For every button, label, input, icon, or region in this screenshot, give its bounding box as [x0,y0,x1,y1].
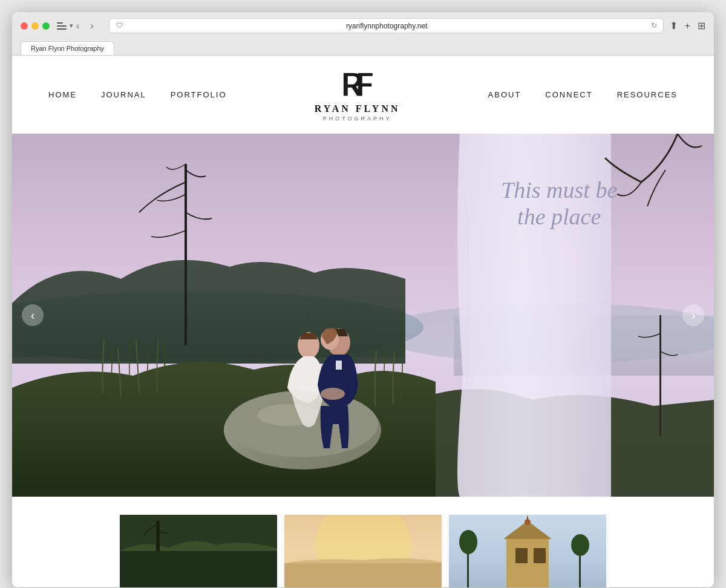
nav-connect[interactable]: CONNECT [545,90,592,99]
browser-nav-controls: ‹ › [73,19,97,33]
slider-next-button[interactable]: › [682,304,704,326]
nav-portfolio[interactable]: PORTFOLIO [171,90,227,99]
shield-icon: 🛡 [116,21,123,30]
browser-title-bar: ▾ ‹ › 🛡 ryanflynnphotography.net ↻ ⬆ + ⊞ [21,18,705,33]
svg-rect-5 [185,164,187,345]
svg-rect-19 [284,563,442,587]
nav-right: ABOUT CONNECT RESOURCES [488,90,678,99]
new-tab-button[interactable]: + [685,21,690,31]
minimize-dot[interactable] [31,22,39,30]
hero-slider: This must be the place ‹ › [12,134,714,497]
nav-home[interactable]: HOME [48,90,77,99]
nav-about[interactable]: ABOUT [488,90,522,99]
thumbnail-2[interactable] [284,515,442,587]
url-text: ryanflynnphotography.net [126,22,647,30]
svg-rect-22 [515,548,528,563]
url-bar[interactable]: 🛡 ryanflynnphotography.net ↻ [109,18,664,33]
hero-background-svg [12,134,714,497]
nav-left: HOME JOURNAL PORTFOLIO [48,90,227,99]
browser-chrome: ▾ ‹ › 🛡 ryanflynnphotography.net ↻ ⬆ + ⊞ [12,12,714,56]
grid-button[interactable]: ⊞ [698,20,705,31]
browser-dots [21,22,50,30]
prev-arrow-icon: ‹ [31,309,35,322]
thumbnail-1[interactable] [120,515,277,587]
sidebar-icon [57,22,67,30]
maximize-dot[interactable] [42,22,50,30]
site-logo[interactable]: RYAN FLYNN PHOTOGRAPHY [315,68,401,122]
close-dot[interactable] [21,22,28,30]
logo-name: RYAN FLYNN [315,103,401,114]
svg-rect-23 [534,548,546,563]
logo-mark-svg [339,68,376,101]
next-arrow-icon: › [692,309,696,322]
slider-prev-button[interactable]: ‹ [22,304,44,326]
thumb-1-image [120,515,277,587]
browser-window: ▾ ‹ › 🛡 ryanflynnphotography.net ↻ ⬆ + ⊞ [12,12,714,587]
forward-button[interactable]: › [87,19,96,33]
nav-journal[interactable]: JOURNAL [101,90,146,99]
website-content: HOME JOURNAL PORTFOLIO RYAN FLYNN PHOTOG… [12,56,714,587]
hero-scene: This must be the place [12,134,714,497]
back-button[interactable]: ‹ [73,19,82,33]
svg-point-26 [459,530,477,554]
sidebar-toggle-button[interactable]: ▾ [57,22,73,30]
svg-point-24 [525,519,531,525]
svg-point-28 [571,534,589,556]
browser-tabs: Ryan Flynn Photography [21,38,705,55]
reload-icon[interactable]: ↻ [651,21,657,30]
share-button[interactable]: ⬆ [670,20,678,31]
browser-actions: ⬆ + ⊞ [670,20,705,31]
nav-resources[interactable]: RESOURCES [617,90,678,99]
nav-bar: HOME JOURNAL PORTFOLIO RYAN FLYNN PHOTOG… [12,56,714,134]
active-tab[interactable]: Ryan Flynn Photography [21,41,114,55]
thumbnail-strip [12,497,714,587]
thumbnail-3[interactable] [449,515,606,587]
logo-subtitle: PHOTOGRAPHY [323,116,392,122]
thumb-2-image [284,515,442,587]
svg-point-13 [321,388,345,400]
thumb-3-image [449,515,606,587]
svg-rect-15 [120,551,277,587]
svg-rect-16 [156,521,160,551]
